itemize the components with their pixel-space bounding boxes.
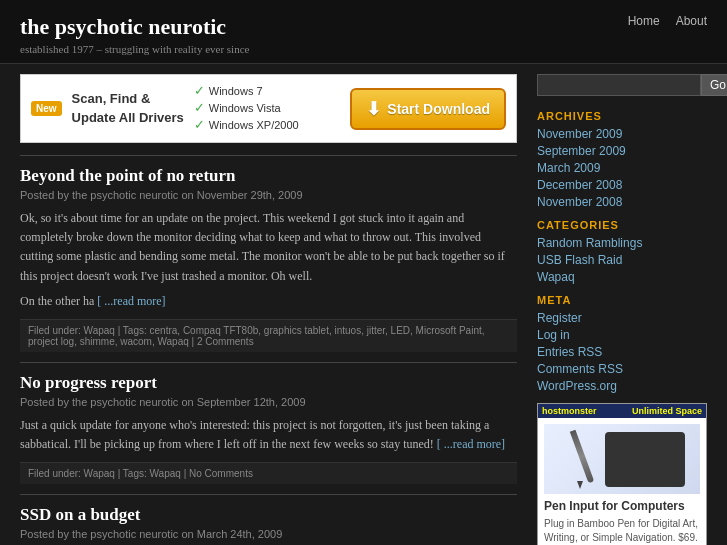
- meta-wordpress[interactable]: WordPress.org: [537, 379, 617, 393]
- post-1-footer: Filed under: Wapaq | Tags: centra, Compa…: [20, 319, 517, 352]
- nav-home[interactable]: Home: [628, 14, 660, 28]
- post-1-content: Ok, so it's about time for an update on …: [20, 209, 517, 286]
- bamboo-visual: [544, 424, 700, 494]
- post-1-read-more[interactable]: [ ...read more]: [97, 294, 165, 308]
- search-button[interactable]: Go!: [701, 74, 727, 96]
- tablet-icon: [605, 432, 685, 487]
- archives-list: November 2009 September 2009 March 2009 …: [537, 127, 707, 209]
- post-2-title: No progress report: [20, 373, 517, 393]
- post-1: Beyond the point of no return Posted by …: [20, 155, 517, 352]
- meta-title: META: [537, 294, 707, 306]
- meta-login[interactable]: Log in: [537, 328, 570, 342]
- post-3-meta: Posted by the psychotic neurotic on Marc…: [20, 528, 517, 540]
- sidebar-ad: hostmonster Unlimited Space Pen Input fo…: [537, 403, 707, 545]
- category-random[interactable]: Random Ramblings: [537, 236, 642, 250]
- post-1-content2: On the other ha [ ...read more]: [20, 292, 517, 311]
- meta-list: Register Log in Entries RSS Comments RSS…: [537, 311, 707, 393]
- ad-new-badge: New: [31, 101, 62, 116]
- sidebar: Go! ARCHIVES November 2009 September 200…: [537, 74, 707, 545]
- categories-title: CATEGORIES: [537, 219, 707, 231]
- post-2: No progress report Posted by the psychot…: [20, 362, 517, 484]
- ad-scan-text: Scan, Find & Update All Drivers: [72, 90, 184, 126]
- ad-os-list: ✓Windows 7 ✓Windows Vista ✓Windows XP/20…: [194, 83, 341, 134]
- meta-comments-rss[interactable]: Comments RSS: [537, 362, 623, 376]
- post-3: SSD on a budget Posted by the psychotic …: [20, 494, 517, 545]
- meta-entries-rss[interactable]: Entries RSS: [537, 345, 602, 359]
- categories-list: Random Ramblings USB Flash Raid Wapaq: [537, 236, 707, 284]
- nav-about[interactable]: About: [676, 14, 707, 28]
- ad-banner: New Scan, Find & Update All Drivers ✓Win…: [20, 74, 517, 143]
- category-usb[interactable]: USB Flash Raid: [537, 253, 622, 267]
- meta-register[interactable]: Register: [537, 311, 582, 325]
- archive-nov-2008[interactable]: November 2008: [537, 195, 622, 209]
- sidebar-ad-text: Plug in Bamboo Pen for Digital Art, Writ…: [544, 517, 700, 545]
- archive-mar-2009[interactable]: March 2009: [537, 161, 600, 175]
- site-title: the psychotic neurotic: [20, 14, 707, 40]
- post-2-read-more[interactable]: [ ...read more]: [437, 437, 505, 451]
- post-1-title: Beyond the point of no return: [20, 166, 517, 186]
- category-wapaq[interactable]: Wapaq: [537, 270, 575, 284]
- post-3-title: SSD on a budget: [20, 505, 517, 525]
- post-1-meta: Posted by the psychotic neurotic on Nove…: [20, 189, 517, 201]
- site-tagline: established 1977 – struggling with reali…: [20, 43, 707, 63]
- ad-download-button[interactable]: ⬇ Start Download: [350, 88, 506, 130]
- pen-tip-icon: [577, 481, 583, 489]
- post-2-footer: Filed under: Wapaq | Tags: Wapaq | No Co…: [20, 462, 517, 484]
- archive-dec-2008[interactable]: December 2008: [537, 178, 622, 192]
- sidebar-search: Go!: [537, 74, 707, 96]
- search-input[interactable]: [537, 74, 701, 96]
- post-2-meta: Posted by the psychotic neurotic on Sept…: [20, 396, 517, 408]
- archives-title: ARCHIVES: [537, 110, 707, 122]
- sidebar-ad-title: Pen Input for Computers: [544, 499, 700, 513]
- post-2-content: Just a quick update for anyone who's int…: [20, 416, 517, 454]
- sidebar-ad-header: hostmonster Unlimited Space: [538, 404, 706, 418]
- pen-icon: [570, 430, 594, 484]
- archive-sep-2009[interactable]: September 2009: [537, 144, 626, 158]
- archive-nov-2009[interactable]: November 2009: [537, 127, 622, 141]
